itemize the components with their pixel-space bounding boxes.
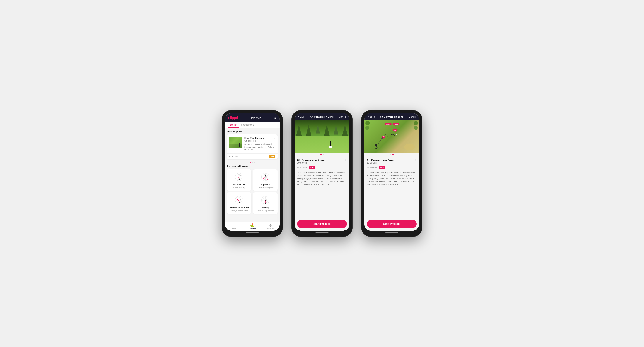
- svg-point-27: [237, 199, 238, 200]
- favorite-icon[interactable]: ♡: [273, 137, 275, 140]
- p2-drill-title: 6ft Conversion Zone: [310, 115, 334, 118]
- start-practice-button-2[interactable]: Start Practice: [297, 220, 347, 228]
- tab-favourites[interactable]: Favourites: [239, 122, 256, 128]
- skill-approach[interactable]: Approach Dial-in to hit the green: [253, 169, 278, 191]
- img-dot-2: [323, 154, 324, 155]
- skill-name-putting: Putting: [262, 206, 269, 209]
- approach-icon-area: [259, 172, 272, 182]
- p3-drill-detail-content: 6ft Conversion Zone 10-50 yds ☆ ⏱ 20 sho…: [364, 156, 419, 218]
- skill-name-ott: Off The Tee: [233, 183, 245, 186]
- p3-favorite-icon[interactable]: ☆: [414, 158, 416, 162]
- svg-point-40: [266, 199, 267, 199]
- p3-drill-detail-range: 10-50 yds: [367, 162, 394, 164]
- p1-screen-title: Practice: [251, 116, 261, 120]
- svg-point-43: [375, 144, 377, 146]
- phone-1: clippd Practice ≡ Drills Favourites Most…: [222, 110, 283, 237]
- svg-point-24: [239, 202, 240, 203]
- p3-drill-description: 20 shots are randomly generated at dista…: [367, 171, 416, 186]
- dot-1: [250, 162, 251, 163]
- off-tee-icon-area: [232, 172, 246, 182]
- skill-around-green[interactable]: Around The Green Hone your short game: [227, 192, 251, 214]
- p3-drill-shots: ⏱ 20 shots: [367, 167, 377, 169]
- drill-meta: ⏱ 20 shots ARG: [297, 166, 347, 169]
- p1-tabs: Drills Favourites: [225, 122, 280, 128]
- drill-detail-header: 6ft Conversion Zone 10-50 yds ☆: [297, 158, 347, 165]
- svg-line-6: [238, 176, 239, 179]
- svg-line-48: [376, 147, 377, 148]
- phone-1-screen: clippd Practice ≡ Drills Favourites Most…: [225, 113, 280, 231]
- featured-drill-card[interactable]: Find The Fairway Off The Tee ♡ Create an…: [227, 134, 278, 159]
- p2-favorite-icon[interactable]: ☆: [344, 158, 347, 162]
- p3-back-button[interactable]: < Back: [367, 115, 375, 118]
- drill-info: Find The Fairway Off The Tee ♡ Create an…: [244, 137, 275, 151]
- start-practice-button-3[interactable]: Start Practice: [367, 220, 416, 228]
- card-footer: ⏱ 10 shots OTT: [227, 153, 278, 159]
- skill-name-approach: Approach: [260, 183, 270, 186]
- pagination-dots: [227, 161, 278, 164]
- svg-point-42: [396, 134, 397, 135]
- drill-map: SAND FAIRWAY ROUGH: [364, 120, 419, 153]
- img-dot-1: [320, 154, 322, 155]
- skill-off-the-tee[interactable]: Off The Tee Power accuracy: [227, 169, 251, 191]
- nav-capture-label: Capture: [268, 228, 274, 230]
- svg-line-16: [265, 176, 268, 179]
- nav-activities[interactable]: ⛳ Activities: [243, 223, 262, 230]
- dot-2: [252, 162, 253, 163]
- nav-home[interactable]: ⌂ Home: [225, 223, 243, 230]
- svg-point-28: [240, 199, 241, 199]
- svg-point-18: [267, 179, 268, 180]
- back-button[interactable]: < Back: [298, 115, 305, 118]
- svg-point-5: [239, 179, 240, 180]
- phones-container: clippd Practice ≡ Drills Favourites Most…: [222, 110, 422, 237]
- bottom-nav: ⌂ Home ⛳ Activities ⊕ Capture: [225, 222, 280, 231]
- drill-thumbnail: [229, 137, 242, 148]
- p3-drill-detail-name: 6ft Conversion Zone: [367, 158, 394, 162]
- p3-cancel-button[interactable]: Cancel: [409, 115, 416, 118]
- p3-img-dot-1: [390, 154, 391, 155]
- skill-name-atg: Around The Green: [230, 206, 249, 209]
- putting-diagram: [259, 195, 272, 205]
- capture-icon: ⊕: [269, 223, 272, 227]
- phone-2-screen: < Back 6ft Conversion Zone Cancel: [294, 113, 350, 231]
- p3-scroll-content[interactable]: SAND FAIRWAY ROUGH: [364, 120, 419, 231]
- skill-desc-atg: Hone your short game: [230, 210, 248, 212]
- activities-icon: ⛳: [250, 223, 254, 227]
- p1-scroll-content[interactable]: Most Popular Find The Fairway: [225, 128, 280, 222]
- image-dots-2: [294, 153, 350, 156]
- p2-header: < Back 6ft Conversion Zone Cancel: [294, 113, 350, 120]
- putting-icon-area: [259, 195, 272, 206]
- skill-desc-approach: Dial-in to hit the green: [257, 187, 274, 189]
- svg-line-46: [376, 148, 377, 149]
- svg-point-35: [265, 203, 266, 204]
- nav-capture[interactable]: ⊕ Capture: [262, 223, 280, 230]
- p3-drill-meta: ⏱ 20 shots ARG: [367, 166, 416, 169]
- drill-photo: [294, 120, 350, 153]
- p3-drill-tag: ARG: [379, 166, 385, 169]
- drill-detail-range: 10-50 yds: [297, 162, 324, 164]
- clock-icon-2: ⏱: [297, 167, 299, 169]
- skill-putting[interactable]: Putting Make and lag practice: [253, 192, 278, 214]
- image-dots-3: [364, 153, 419, 156]
- skill-desc-putting: Make and lag practice: [257, 210, 274, 212]
- atg-icon-area: [232, 195, 246, 206]
- drill-tag: OTT: [269, 155, 275, 158]
- p3-img-dot-2: [392, 154, 394, 155]
- svg-line-47: [375, 147, 376, 148]
- drill-detail-content: 6ft Conversion Zone 10-50 yds ☆ ⏱ 20 sho…: [294, 156, 350, 218]
- svg-point-14: [265, 175, 266, 176]
- p3-clock-icon: ⏱: [367, 167, 369, 169]
- skill-areas-grid: Off The Tee Power accuracy: [227, 169, 278, 214]
- svg-point-39: [264, 199, 264, 199]
- cancel-button[interactable]: Cancel: [339, 115, 346, 118]
- svg-point-41: [381, 138, 382, 139]
- home-indicator-3: [385, 232, 398, 233]
- p2-scroll-content[interactable]: 6ft Conversion Zone 10-50 yds ☆ ⏱ 20 sho…: [294, 120, 350, 231]
- dot-3: [254, 162, 255, 163]
- shot-count: ⏱ 10 shots: [229, 155, 239, 158]
- p3-drill-title: 6ft Conversion Zone: [380, 115, 403, 118]
- drill-category: Off The Tee: [244, 140, 264, 142]
- tab-drills[interactable]: Drills: [228, 122, 239, 128]
- phone-2: < Back 6ft Conversion Zone Cancel: [292, 110, 352, 237]
- drill-tag-2: ARG: [309, 166, 316, 169]
- menu-icon[interactable]: ≡: [274, 116, 276, 120]
